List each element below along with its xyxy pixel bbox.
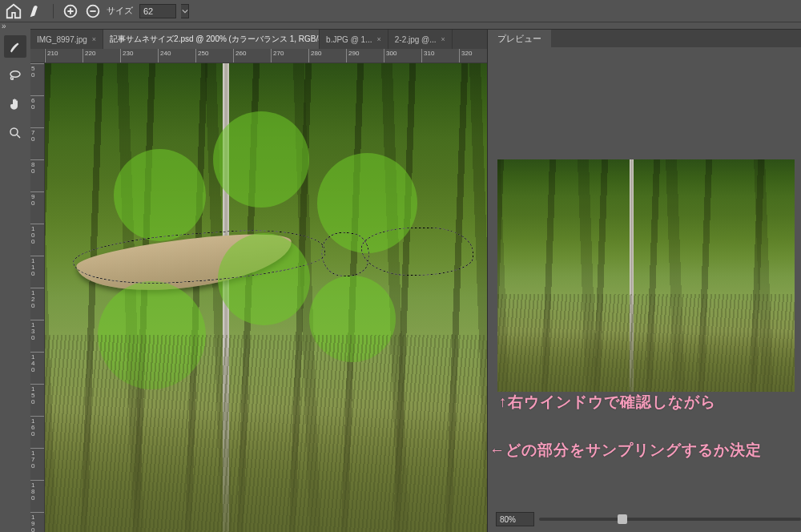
ruler-tick: 190 (30, 512, 44, 532)
ruler-tick: 80 (30, 159, 44, 191)
ruler-tick: 110 (30, 256, 44, 288)
brush-tool[interactable] (4, 35, 26, 58)
preview-panel: プレビュー ↑右ウインドウで確認しながら ←どの部分をサンプリングするか決定 8… (487, 30, 801, 532)
parasol-pole (630, 159, 634, 392)
ruler-tick: 290 (346, 49, 384, 62)
preview-panel-tabs: プレビュー (488, 30, 801, 47)
close-icon[interactable]: × (377, 35, 381, 43)
preview-zoom-value[interactable]: 80% (496, 512, 534, 526)
selection-marquee (361, 228, 473, 276)
workspace: IMG_8997.jpg × 記事サムネサイズ2.psd @ 200% (カラー… (30, 29, 801, 532)
brush-size-input[interactable] (139, 4, 176, 18)
annotation-line1: ↑右ウインドウで確認しながら (499, 392, 716, 413)
ruler-tick: 70 (30, 127, 44, 159)
panel-toggle-row: » (0, 22, 801, 29)
slider-thumb[interactable] (618, 514, 627, 524)
zoom-tool[interactable] (4, 122, 26, 144)
ruler-tick: 150 (30, 384, 44, 416)
ruler-tick: 230 (120, 49, 158, 62)
document-tabs: IMG_8997.jpg × 記事サムネサイズ2.psd @ 200% (カラー… (30, 30, 487, 49)
sample-overlay-circle (309, 276, 396, 362)
brush-add-icon[interactable] (62, 2, 79, 20)
tool-rail (0, 29, 30, 532)
ruler-tick: 220 (83, 49, 120, 62)
hand-tool[interactable] (4, 93, 26, 115)
sample-overlay-circle (213, 111, 309, 208)
ruler-tick: 280 (308, 49, 346, 62)
home-icon[interactable] (5, 2, 22, 20)
divider (53, 4, 54, 18)
ruler-tick: 180 (30, 480, 44, 512)
ruler-vertical: 5060708090100110120130140150160170180190 (30, 63, 45, 532)
close-icon[interactable]: × (92, 35, 96, 43)
canvas-wrap: 2102202302402502602702802903003103203303… (30, 49, 487, 532)
ruler-tick: 100 (30, 224, 44, 256)
ruler-tick: 90 (30, 191, 44, 224)
preview-area (488, 47, 801, 400)
ruler-tick: 270 (271, 49, 308, 62)
ruler-tick: 310 (421, 49, 459, 62)
ruler-tick: 240 (158, 49, 195, 62)
options-bar: サイズ (0, 0, 801, 22)
preview-tab[interactable]: プレビュー (488, 30, 551, 47)
ruler-tick: 210 (45, 49, 83, 62)
size-flyout-button[interactable] (181, 4, 189, 18)
svg-point-3 (10, 128, 18, 135)
document-image (45, 63, 487, 532)
ruler-tick: 160 (30, 416, 44, 448)
ruler-tick: 120 (30, 288, 44, 320)
size-label: サイズ (107, 5, 133, 17)
tab-label: IMG_8997.jpg (37, 35, 87, 44)
tab-label: 2-2.jpg @... (395, 35, 437, 44)
ruler-tick: 170 (30, 448, 44, 480)
ruler-tick: 260 (233, 49, 271, 62)
annotation-line2: ←どの部分をサンプリングするか決定 (489, 440, 762, 461)
close-icon[interactable]: × (441, 35, 445, 43)
preview-content (497, 159, 795, 392)
lasso-tool[interactable] (4, 64, 26, 87)
preview-image[interactable] (497, 159, 795, 392)
sample-overlay-circle (98, 281, 206, 389)
ruler-tick: 300 (384, 49, 421, 62)
ruler-tick: 50 (30, 63, 44, 95)
svg-point-2 (10, 71, 20, 78)
ruler-tick: 250 (195, 49, 233, 62)
canvas[interactable] (45, 63, 487, 532)
tab-label: b.JPG @ 1... (326, 35, 372, 44)
tool-preset-icon[interactable] (27, 2, 45, 20)
preview-zoom-row: 80% (496, 511, 801, 527)
ruler-tick: 60 (30, 95, 44, 127)
ruler-tick: 140 (30, 352, 44, 384)
tab-label: 記事サムネサイズ2.psd @ 200% (カラーバランス 1, RGB/8#)… (110, 34, 320, 45)
tab-active-doc[interactable]: 記事サムネサイズ2.psd @ 200% (カラーバランス 1, RGB/8#)… (103, 30, 320, 49)
brush-subtract-icon[interactable] (84, 2, 102, 20)
preview-zoom-slider[interactable] (539, 518, 801, 521)
tab-bjpg[interactable]: b.JPG @ 1... × (320, 30, 388, 49)
ruler-tick: 130 (30, 320, 44, 352)
ruler-horizontal: 2102202302402502602702802903003103203303… (45, 49, 487, 63)
ruler-corner (30, 49, 45, 63)
tab-2-2jpg[interactable]: 2-2.jpg @... × (388, 30, 453, 49)
sample-overlay-circle (114, 149, 206, 241)
main-document-panel: IMG_8997.jpg × 記事サムネサイズ2.psd @ 200% (カラー… (30, 30, 487, 532)
ruler-tick: 320 (459, 49, 487, 62)
tab-img8997[interactable]: IMG_8997.jpg × (30, 30, 103, 49)
